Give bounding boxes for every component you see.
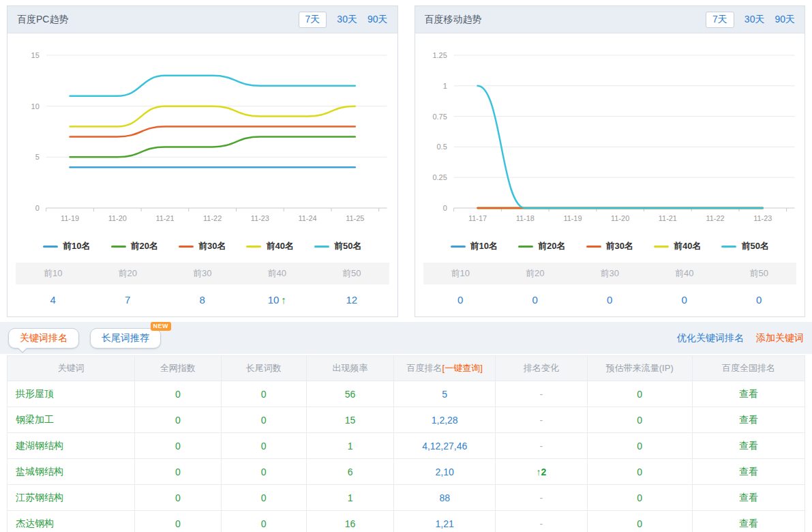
svg-text:11-23: 11-23 bbox=[753, 214, 772, 222]
no-change-dash: - bbox=[539, 518, 543, 529]
summary-value-1-4[interactable]: 0 bbox=[722, 284, 797, 316]
table-header-row: 关键词全网指数长尾词数出现频率百度排名[一键查询]排名变化预估带来流量(IP)百… bbox=[7, 356, 805, 381]
rank-change-cell-3: ↑2 bbox=[496, 459, 588, 485]
view-national-rank-link[interactable]: 查看 bbox=[739, 518, 758, 529]
legend-item-0-4: 前50名 bbox=[314, 240, 361, 252]
new-badge: NEW bbox=[151, 322, 172, 331]
longtail-count-cell-5: 0 bbox=[221, 511, 306, 532]
mobile-trend-chart-svg: 00.250.50.7511.2511-1711-1811-1911-2011-… bbox=[417, 35, 804, 238]
mobile-range-tabs: 7天30天90天 bbox=[706, 12, 795, 28]
legend-item-1-0: 前10名 bbox=[451, 240, 498, 252]
rank-change-cell-2: - bbox=[496, 433, 588, 459]
keyword-tools-band: 关键词排名 长尾词推荐 NEW 优化关键词排名 添加关键词 bbox=[0, 322, 812, 354]
view-national-rank-link[interactable]: 查看 bbox=[739, 440, 758, 451]
mobile-chart-area: 00.250.50.7511.2511-1711-1811-1911-2011-… bbox=[415, 33, 805, 238]
baidu-rank-cell-3[interactable]: 2,10 bbox=[394, 459, 496, 485]
legend-swatch-icon bbox=[43, 246, 58, 248]
legend-item-0-3: 前40名 bbox=[246, 240, 293, 252]
legend-label: 前20名 bbox=[131, 240, 158, 252]
svg-text:11-22: 11-22 bbox=[203, 214, 222, 222]
legend-label: 前20名 bbox=[538, 240, 565, 252]
svg-text:11-17: 11-17 bbox=[468, 214, 486, 222]
baidu-rank-cell-4[interactable]: 88 bbox=[394, 485, 496, 511]
legend-swatch-icon bbox=[654, 246, 669, 248]
legend-item-0-1: 前20名 bbox=[111, 240, 158, 252]
national-rank-cell-2: 查看 bbox=[692, 433, 805, 459]
column-header-5: 排名变化 bbox=[496, 356, 588, 381]
range-tab-0-0[interactable]: 7天 bbox=[299, 12, 327, 28]
baidu-rank-cell-1[interactable]: 1,2,28 bbox=[394, 407, 496, 433]
mobile-panel-title: 百度移动趋势 bbox=[425, 14, 482, 26]
tab-longtail-recommend[interactable]: 长尾词推荐 NEW bbox=[90, 328, 161, 349]
svg-text:11-25: 11-25 bbox=[346, 214, 364, 222]
optimize-keyword-ranking-link[interactable]: 优化关键词排名 bbox=[677, 332, 744, 344]
up-arrow-icon: ↑ bbox=[281, 294, 286, 306]
rank-change-cell-4: - bbox=[496, 485, 588, 511]
svg-text:15: 15 bbox=[31, 51, 40, 59]
legend-swatch-icon bbox=[179, 246, 194, 248]
svg-text:11-20: 11-20 bbox=[108, 214, 127, 222]
traffic-cell-5: 0 bbox=[587, 511, 692, 532]
range-tab-0-1[interactable]: 30天 bbox=[337, 14, 357, 26]
legend-item-0-2: 前30名 bbox=[179, 240, 226, 252]
view-national-rank-link[interactable]: 查看 bbox=[739, 388, 758, 399]
keyword-cell-1: 钢梁加工 bbox=[7, 407, 135, 433]
tab-longtail-recommend-label: 长尾词推荐 bbox=[102, 332, 149, 343]
legend-swatch-icon bbox=[246, 246, 261, 248]
summary-value-1-3[interactable]: 0 bbox=[647, 284, 722, 316]
summary-value-1-0[interactable]: 0 bbox=[423, 284, 498, 316]
baidu-rank-cell-0[interactable]: 5 bbox=[394, 381, 496, 407]
longtail-count-cell-3: 0 bbox=[221, 459, 306, 485]
view-national-rank-link[interactable]: 查看 bbox=[739, 466, 758, 477]
band-actions: 优化关键词排名 添加关键词 bbox=[677, 332, 804, 344]
svg-text:11-21: 11-21 bbox=[155, 214, 174, 222]
no-change-dash: - bbox=[539, 441, 543, 452]
national-rank-cell-3: 查看 bbox=[692, 459, 805, 485]
summary-label-0-3: 前40 bbox=[240, 263, 315, 284]
pc-range-tabs: 7天30天90天 bbox=[299, 12, 388, 28]
add-keyword-link[interactable]: 添加关键词 bbox=[756, 332, 804, 344]
legend-swatch-icon bbox=[314, 246, 329, 248]
series-line-3 bbox=[70, 106, 355, 127]
series-line-4 bbox=[70, 76, 355, 96]
svg-text:11-18: 11-18 bbox=[515, 214, 534, 222]
summary-value-0-4[interactable]: 12 bbox=[314, 284, 389, 316]
baidu-rank-cell-5[interactable]: 1,21 bbox=[394, 511, 496, 532]
index-cell-2: 0 bbox=[135, 433, 221, 459]
baidu-rank-cell-2[interactable]: 4,12,27,46 bbox=[394, 433, 496, 459]
svg-text:11-22: 11-22 bbox=[706, 214, 724, 222]
svg-text:11-23: 11-23 bbox=[251, 214, 269, 222]
one-click-query-link[interactable]: [一键查询] bbox=[442, 363, 483, 373]
svg-text:11-19: 11-19 bbox=[563, 214, 582, 222]
summary-value-1-2[interactable]: 0 bbox=[573, 284, 648, 316]
index-cell-0: 0 bbox=[135, 381, 221, 407]
longtail-count-cell-1: 0 bbox=[221, 407, 306, 433]
index-cell-3: 0 bbox=[135, 459, 221, 485]
frequency-cell-3: 6 bbox=[306, 459, 394, 485]
range-tab-1-2[interactable]: 90天 bbox=[775, 14, 795, 26]
table-row: 拱形屋顶00565-0查看 bbox=[7, 381, 805, 407]
range-tab-1-1[interactable]: 30天 bbox=[745, 14, 765, 26]
summary-label-0-2: 前30 bbox=[165, 263, 240, 284]
summary-value-0-1[interactable]: 7 bbox=[91, 284, 166, 316]
tab-keyword-ranking[interactable]: 关键词排名 bbox=[8, 328, 79, 349]
pc-trend-chart-svg: 05101511-1911-2011-2111-2211-2311-2411-2… bbox=[9, 35, 396, 238]
summary-label-0-1: 前20 bbox=[91, 263, 166, 284]
summary-label-1-4: 前50 bbox=[722, 263, 797, 284]
legend-swatch-icon bbox=[451, 246, 466, 248]
view-national-rank-link[interactable]: 查看 bbox=[739, 492, 758, 503]
range-tab-0-2[interactable]: 90天 bbox=[367, 14, 388, 26]
legend-item-1-4: 前50名 bbox=[721, 240, 768, 252]
summary-value-0-2[interactable]: 8 bbox=[165, 284, 240, 316]
range-tab-1-0[interactable]: 7天 bbox=[706, 12, 734, 28]
view-national-rank-link[interactable]: 查看 bbox=[739, 414, 758, 425]
legend-item-0-0: 前10名 bbox=[43, 240, 90, 252]
summary-value-1-1[interactable]: 0 bbox=[498, 284, 573, 316]
mobile-summary-values: 00000 bbox=[423, 284, 797, 316]
legend-swatch-icon bbox=[518, 246, 533, 248]
summary-value-0-0[interactable]: 4 bbox=[16, 284, 91, 316]
mobile-panel-header: 百度移动趋势 7天30天90天 bbox=[415, 6, 805, 33]
summary-value-0-3[interactable]: 10↑ bbox=[240, 284, 315, 316]
index-cell-5: 0 bbox=[135, 511, 221, 532]
svg-text:0.5: 0.5 bbox=[436, 143, 447, 151]
